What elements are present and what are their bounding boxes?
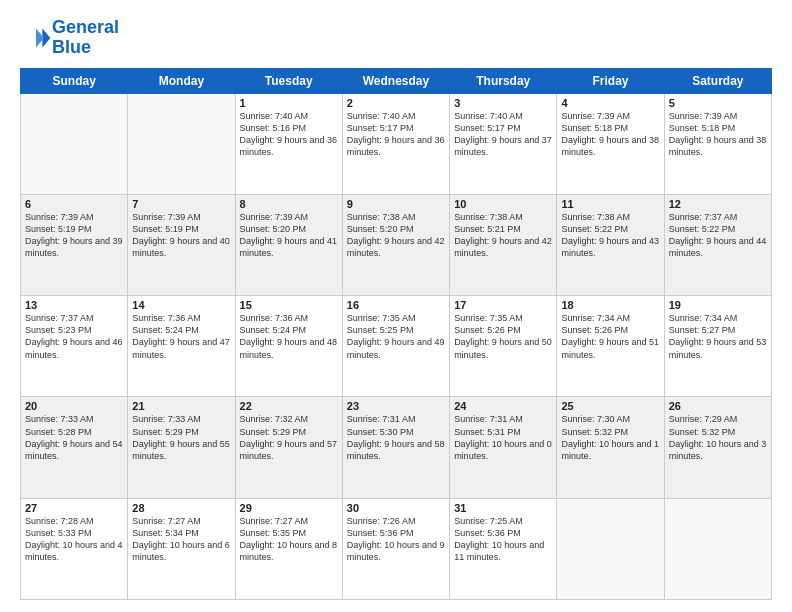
calendar-week-4: 20Sunrise: 7:33 AM Sunset: 5:28 PM Dayli… <box>21 397 772 498</box>
day-info: Sunrise: 7:27 AM Sunset: 5:35 PM Dayligh… <box>240 515 338 564</box>
calendar-week-5: 27Sunrise: 7:28 AM Sunset: 5:33 PM Dayli… <box>21 498 772 599</box>
day-number: 23 <box>347 400 445 412</box>
logo-text: GeneralBlue <box>52 18 119 58</box>
weekday-header-friday: Friday <box>557 68 664 93</box>
calendar-cell <box>557 498 664 599</box>
day-info: Sunrise: 7:26 AM Sunset: 5:36 PM Dayligh… <box>347 515 445 564</box>
day-info: Sunrise: 7:36 AM Sunset: 5:24 PM Dayligh… <box>132 312 230 361</box>
calendar-cell: 13Sunrise: 7:37 AM Sunset: 5:23 PM Dayli… <box>21 296 128 397</box>
day-info: Sunrise: 7:39 AM Sunset: 5:19 PM Dayligh… <box>132 211 230 260</box>
day-number: 8 <box>240 198 338 210</box>
calendar-cell: 15Sunrise: 7:36 AM Sunset: 5:24 PM Dayli… <box>235 296 342 397</box>
day-number: 19 <box>669 299 767 311</box>
calendar-cell: 12Sunrise: 7:37 AM Sunset: 5:22 PM Dayli… <box>664 194 771 295</box>
day-number: 4 <box>561 97 659 109</box>
calendar-cell: 2Sunrise: 7:40 AM Sunset: 5:17 PM Daylig… <box>342 93 449 194</box>
day-info: Sunrise: 7:39 AM Sunset: 5:19 PM Dayligh… <box>25 211 123 260</box>
calendar-cell: 23Sunrise: 7:31 AM Sunset: 5:30 PM Dayli… <box>342 397 449 498</box>
calendar-cell: 19Sunrise: 7:34 AM Sunset: 5:27 PM Dayli… <box>664 296 771 397</box>
day-info: Sunrise: 7:34 AM Sunset: 5:26 PM Dayligh… <box>561 312 659 361</box>
day-number: 26 <box>669 400 767 412</box>
weekday-header-sunday: Sunday <box>21 68 128 93</box>
day-number: 27 <box>25 502 123 514</box>
calendar-week-2: 6Sunrise: 7:39 AM Sunset: 5:19 PM Daylig… <box>21 194 772 295</box>
day-number: 3 <box>454 97 552 109</box>
day-info: Sunrise: 7:36 AM Sunset: 5:24 PM Dayligh… <box>240 312 338 361</box>
calendar-cell: 25Sunrise: 7:30 AM Sunset: 5:32 PM Dayli… <box>557 397 664 498</box>
day-number: 12 <box>669 198 767 210</box>
calendar-cell: 20Sunrise: 7:33 AM Sunset: 5:28 PM Dayli… <box>21 397 128 498</box>
day-info: Sunrise: 7:38 AM Sunset: 5:21 PM Dayligh… <box>454 211 552 260</box>
day-number: 2 <box>347 97 445 109</box>
day-number: 9 <box>347 198 445 210</box>
day-info: Sunrise: 7:33 AM Sunset: 5:28 PM Dayligh… <box>25 413 123 462</box>
day-number: 6 <box>25 198 123 210</box>
calendar-cell: 30Sunrise: 7:26 AM Sunset: 5:36 PM Dayli… <box>342 498 449 599</box>
calendar-cell: 4Sunrise: 7:39 AM Sunset: 5:18 PM Daylig… <box>557 93 664 194</box>
day-info: Sunrise: 7:38 AM Sunset: 5:22 PM Dayligh… <box>561 211 659 260</box>
day-number: 31 <box>454 502 552 514</box>
calendar-cell: 6Sunrise: 7:39 AM Sunset: 5:19 PM Daylig… <box>21 194 128 295</box>
calendar-cell: 16Sunrise: 7:35 AM Sunset: 5:25 PM Dayli… <box>342 296 449 397</box>
day-info: Sunrise: 7:29 AM Sunset: 5:32 PM Dayligh… <box>669 413 767 462</box>
weekday-header-tuesday: Tuesday <box>235 68 342 93</box>
weekday-header-row: SundayMondayTuesdayWednesdayThursdayFrid… <box>21 68 772 93</box>
calendar-week-1: 1Sunrise: 7:40 AM Sunset: 5:16 PM Daylig… <box>21 93 772 194</box>
day-info: Sunrise: 7:28 AM Sunset: 5:33 PM Dayligh… <box>25 515 123 564</box>
day-number: 30 <box>347 502 445 514</box>
day-info: Sunrise: 7:30 AM Sunset: 5:32 PM Dayligh… <box>561 413 659 462</box>
weekday-header-saturday: Saturday <box>664 68 771 93</box>
calendar-cell: 11Sunrise: 7:38 AM Sunset: 5:22 PM Dayli… <box>557 194 664 295</box>
weekday-header-monday: Monday <box>128 68 235 93</box>
day-number: 24 <box>454 400 552 412</box>
calendar-cell: 3Sunrise: 7:40 AM Sunset: 5:17 PM Daylig… <box>450 93 557 194</box>
calendar-cell: 9Sunrise: 7:38 AM Sunset: 5:20 PM Daylig… <box>342 194 449 295</box>
calendar-table: SundayMondayTuesdayWednesdayThursdayFrid… <box>20 68 772 600</box>
day-info: Sunrise: 7:40 AM Sunset: 5:17 PM Dayligh… <box>347 110 445 159</box>
day-number: 16 <box>347 299 445 311</box>
weekday-header-wednesday: Wednesday <box>342 68 449 93</box>
day-number: 7 <box>132 198 230 210</box>
day-number: 13 <box>25 299 123 311</box>
day-info: Sunrise: 7:33 AM Sunset: 5:29 PM Dayligh… <box>132 413 230 462</box>
day-number: 17 <box>454 299 552 311</box>
calendar-week-3: 13Sunrise: 7:37 AM Sunset: 5:23 PM Dayli… <box>21 296 772 397</box>
day-number: 21 <box>132 400 230 412</box>
day-info: Sunrise: 7:31 AM Sunset: 5:31 PM Dayligh… <box>454 413 552 462</box>
day-info: Sunrise: 7:34 AM Sunset: 5:27 PM Dayligh… <box>669 312 767 361</box>
day-info: Sunrise: 7:25 AM Sunset: 5:36 PM Dayligh… <box>454 515 552 564</box>
day-number: 15 <box>240 299 338 311</box>
calendar-cell: 21Sunrise: 7:33 AM Sunset: 5:29 PM Dayli… <box>128 397 235 498</box>
day-number: 29 <box>240 502 338 514</box>
calendar-cell: 17Sunrise: 7:35 AM Sunset: 5:26 PM Dayli… <box>450 296 557 397</box>
day-number: 18 <box>561 299 659 311</box>
day-number: 11 <box>561 198 659 210</box>
day-number: 25 <box>561 400 659 412</box>
day-number: 10 <box>454 198 552 210</box>
calendar-cell: 22Sunrise: 7:32 AM Sunset: 5:29 PM Dayli… <box>235 397 342 498</box>
day-number: 5 <box>669 97 767 109</box>
day-info: Sunrise: 7:40 AM Sunset: 5:17 PM Dayligh… <box>454 110 552 159</box>
calendar-cell: 24Sunrise: 7:31 AM Sunset: 5:31 PM Dayli… <box>450 397 557 498</box>
day-number: 1 <box>240 97 338 109</box>
calendar-cell: 7Sunrise: 7:39 AM Sunset: 5:19 PM Daylig… <box>128 194 235 295</box>
calendar-cell: 27Sunrise: 7:28 AM Sunset: 5:33 PM Dayli… <box>21 498 128 599</box>
page: GeneralBlue SundayMondayTuesdayWednesday… <box>0 0 792 612</box>
logo-icon <box>20 22 52 54</box>
day-number: 20 <box>25 400 123 412</box>
calendar-cell: 1Sunrise: 7:40 AM Sunset: 5:16 PM Daylig… <box>235 93 342 194</box>
calendar-cell: 31Sunrise: 7:25 AM Sunset: 5:36 PM Dayli… <box>450 498 557 599</box>
calendar-cell: 5Sunrise: 7:39 AM Sunset: 5:18 PM Daylig… <box>664 93 771 194</box>
calendar-cell: 8Sunrise: 7:39 AM Sunset: 5:20 PM Daylig… <box>235 194 342 295</box>
day-info: Sunrise: 7:39 AM Sunset: 5:18 PM Dayligh… <box>669 110 767 159</box>
day-info: Sunrise: 7:38 AM Sunset: 5:20 PM Dayligh… <box>347 211 445 260</box>
day-info: Sunrise: 7:37 AM Sunset: 5:23 PM Dayligh… <box>25 312 123 361</box>
calendar-cell: 18Sunrise: 7:34 AM Sunset: 5:26 PM Dayli… <box>557 296 664 397</box>
day-info: Sunrise: 7:32 AM Sunset: 5:29 PM Dayligh… <box>240 413 338 462</box>
day-info: Sunrise: 7:35 AM Sunset: 5:25 PM Dayligh… <box>347 312 445 361</box>
day-info: Sunrise: 7:40 AM Sunset: 5:16 PM Dayligh… <box>240 110 338 159</box>
weekday-header-thursday: Thursday <box>450 68 557 93</box>
day-info: Sunrise: 7:37 AM Sunset: 5:22 PM Dayligh… <box>669 211 767 260</box>
day-info: Sunrise: 7:27 AM Sunset: 5:34 PM Dayligh… <box>132 515 230 564</box>
day-info: Sunrise: 7:35 AM Sunset: 5:26 PM Dayligh… <box>454 312 552 361</box>
